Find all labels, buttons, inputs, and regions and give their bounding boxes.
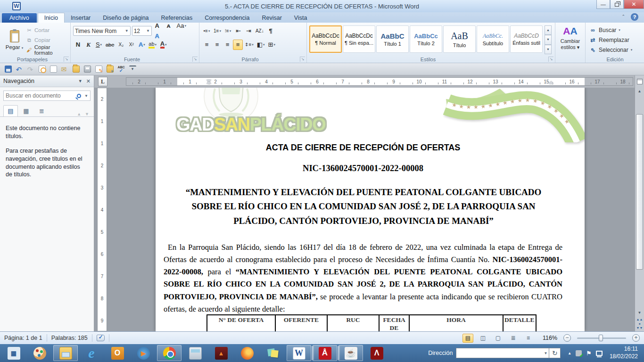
strikethrough-button[interactable]: abe bbox=[104, 40, 116, 50]
find-button[interactable]: ∞ Buscar ▾ bbox=[589, 26, 644, 34]
change-case-button[interactable]: Aa▾ bbox=[175, 21, 187, 31]
numbering-button[interactable]: 1≡▾ bbox=[212, 26, 223, 36]
subscript-button[interactable]: X₂ bbox=[116, 40, 126, 50]
bullets-button[interactable]: •≡▾ bbox=[202, 26, 212, 36]
hidden-icons-chevron[interactable]: ▲ bbox=[568, 351, 571, 355]
taskbar-media-player-icon[interactable] bbox=[131, 345, 156, 361]
align-center-button[interactable]: ≡ bbox=[212, 40, 222, 50]
restore-button[interactable] bbox=[610, 0, 624, 9]
multilevel-list-button[interactable]: ⁝≡▾ bbox=[223, 26, 233, 36]
taskbar-explorer-icon[interactable] bbox=[53, 345, 78, 361]
right-indent-marker[interactable] bbox=[549, 81, 553, 84]
grow-font-button[interactable]: A bbox=[152, 21, 162, 31]
address-go-icon[interactable]: ↻ bbox=[549, 348, 561, 358]
ribbon-tab[interactable]: Diseño de página bbox=[97, 13, 155, 23]
scrollbar-thumb[interactable] bbox=[636, 114, 643, 270]
chevron-down-icon[interactable]: ▼ bbox=[544, 351, 547, 355]
shading-button[interactable]: ◧▾ bbox=[256, 40, 266, 50]
text-effects-button[interactable]: A▾ bbox=[137, 40, 147, 50]
usb-device-icon[interactable] bbox=[576, 350, 582, 356]
borders-button[interactable]: ⊞▾ bbox=[267, 40, 277, 50]
proofing-status-icon[interactable] bbox=[97, 335, 105, 341]
hanging-indent-marker[interactable] bbox=[206, 81, 211, 84]
ribbon-tab[interactable]: Vista bbox=[288, 13, 314, 23]
ribbon-tab[interactable]: Revisar bbox=[256, 13, 288, 23]
clipboard-dialog-launcher[interactable]: ↘ bbox=[64, 57, 69, 62]
style-title[interactable]: AaB Título bbox=[443, 25, 476, 53]
taskbar-burn-icon[interactable]: ▲ bbox=[209, 345, 233, 361]
ribbon-tab[interactable]: Insertar bbox=[65, 13, 97, 23]
style-subtle-emphasis[interactable]: AaBbCcD Énfasis sutil bbox=[510, 25, 543, 53]
spelling-button[interactable]: ABC bbox=[117, 65, 125, 74]
document-page[interactable]: GADSANPLÁCIDO ★★★★★★★★★★★★★★★★★ bbox=[156, 88, 585, 331]
shrink-font-button[interactable]: ᴀ bbox=[164, 21, 173, 31]
styles-dialog-launcher[interactable]: ↘ bbox=[548, 57, 553, 62]
zoom-slider-thumb[interactable] bbox=[599, 335, 603, 341]
zoom-in-button[interactable]: + bbox=[632, 334, 640, 342]
scroll-up-icon[interactable]: ▲ bbox=[635, 88, 644, 95]
taskbar-scanner-icon[interactable] bbox=[183, 345, 207, 361]
italic-button[interactable]: K bbox=[83, 40, 93, 50]
ribbon-tab[interactable]: Archivo bbox=[2, 13, 37, 23]
font-dialog-launcher[interactable]: ↘ bbox=[192, 57, 198, 62]
network-icon[interactable] bbox=[596, 351, 603, 356]
vertical-ruler[interactable]: 21123456789 bbox=[97, 88, 107, 331]
styles-scroll-down-icon[interactable]: ▼ bbox=[545, 35, 552, 44]
print-button[interactable] bbox=[83, 65, 91, 74]
next-heading-icon[interactable]: ▼ bbox=[83, 112, 91, 116]
font-color-button[interactable]: A▾ bbox=[158, 40, 168, 50]
taskbar-clock[interactable]: 16:11 18/02/2022 bbox=[610, 346, 638, 360]
previous-heading-icon[interactable]: ▲ bbox=[75, 112, 83, 116]
taskbar-outlook-icon[interactable]: O bbox=[105, 345, 130, 361]
increase-indent-button[interactable]: ⇥ bbox=[244, 26, 254, 36]
taskbar-java-icon[interactable]: ☕ bbox=[339, 345, 363, 361]
fullscreen-reading-view-button[interactable]: ◫ bbox=[478, 334, 488, 343]
select-button[interactable]: ⇖ Seleccionar ▾ bbox=[589, 46, 644, 54]
document-search-box[interactable]: ▼ bbox=[3, 90, 91, 101]
print-preview-button[interactable] bbox=[38, 65, 46, 74]
taskbar-acrobat-icon[interactable]: Λ bbox=[364, 345, 389, 361]
style-heading-2[interactable]: AaBbCc Título 2 bbox=[410, 25, 442, 53]
taskbar-sticky-notes-icon[interactable] bbox=[261, 345, 285, 361]
nav-results-tab[interactable]: ≣ bbox=[34, 105, 49, 116]
taskbar-paint-icon[interactable] bbox=[27, 345, 52, 361]
scroll-down-icon[interactable]: ▼ bbox=[635, 309, 644, 317]
help-icon[interactable]: ? bbox=[631, 13, 638, 21]
show-marks-button[interactable]: ¶ bbox=[266, 26, 276, 36]
view-ruler-toggle[interactable] bbox=[635, 75, 644, 88]
paragraph-dialog-launcher[interactable]: ↘ bbox=[300, 57, 305, 62]
cut-button[interactable]: ✂Cortar bbox=[26, 26, 69, 34]
align-left-button[interactable]: ≡ bbox=[202, 40, 212, 50]
minimize-ribbon-icon[interactable]: ⌃ bbox=[621, 14, 625, 19]
word-count[interactable]: Palabras: 185 bbox=[51, 335, 88, 341]
decrease-indent-button[interactable]: ⇤ bbox=[233, 26, 243, 36]
taskbar-calculator-icon[interactable]: ▦ bbox=[1, 345, 26, 361]
font-name-combo[interactable]: Times New Rom▼ bbox=[73, 26, 131, 36]
taskbar-chrome-icon[interactable] bbox=[157, 345, 182, 361]
undo-button[interactable]: ↶ bbox=[15, 65, 24, 74]
sort-button[interactable]: AZ↓ bbox=[254, 26, 265, 36]
next-page-icon[interactable]: ▼▼ bbox=[636, 326, 643, 330]
tab-stop-selector[interactable]: L bbox=[98, 77, 107, 86]
new-document-button[interactable] bbox=[49, 65, 58, 74]
nav-headings-tab[interactable]: ▤ bbox=[3, 105, 18, 116]
navigation-pane-close-icon[interactable]: ✕ bbox=[86, 78, 91, 84]
select-browse-object-icon[interactable]: ● bbox=[638, 322, 640, 326]
open-button[interactable] bbox=[72, 65, 80, 74]
taskbar-firefox-icon[interactable] bbox=[235, 345, 259, 361]
style-heading-1[interactable]: AaBbC Título 1 bbox=[376, 25, 409, 53]
taskbar-red-a-app-icon[interactable]: Å bbox=[313, 345, 337, 361]
style-subtitle[interactable]: AaBbCc. Subtítulo bbox=[477, 25, 509, 53]
styles-scroll-up-icon[interactable]: ▲ bbox=[545, 25, 552, 35]
copy-button[interactable]: ⧉Copiar bbox=[26, 36, 69, 44]
search-options-icon[interactable]: ▼ bbox=[84, 94, 88, 98]
style-no-spacing[interactable]: AaBbCcDc ¶ Sin espa... bbox=[343, 25, 375, 53]
navigation-pane-menu-icon[interactable]: ▼ bbox=[78, 79, 83, 83]
zoom-slider[interactable] bbox=[577, 337, 626, 339]
print-layout-view-button[interactable]: ▤ bbox=[462, 334, 473, 343]
styles-more-icon[interactable]: ▼ bbox=[545, 45, 552, 54]
action-center-flag-icon[interactable]: ⚑ bbox=[586, 350, 592, 357]
page-count[interactable]: Página: 1 de 1 bbox=[4, 335, 42, 341]
superscript-button[interactable]: X² bbox=[126, 40, 136, 50]
close-button[interactable]: ✕ bbox=[624, 0, 644, 9]
